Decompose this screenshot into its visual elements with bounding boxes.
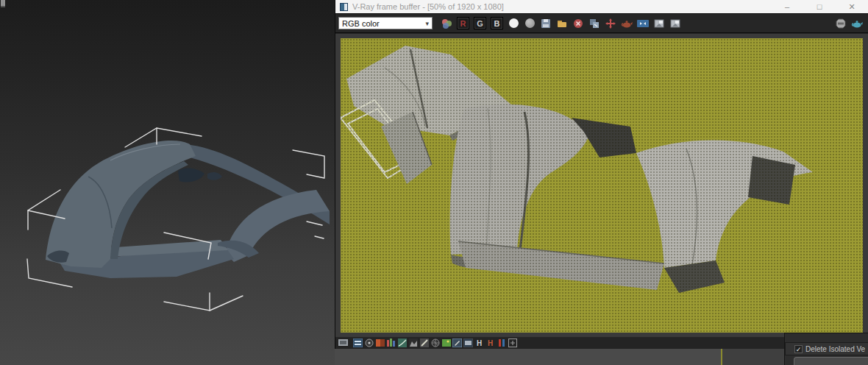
- history-b-icon[interactable]: H: [485, 339, 495, 347]
- channel-select-value: RGB color: [342, 19, 425, 28]
- vray-frame-buffer-window: V-Ray frame buffer - [50% of 1920 x 1080…: [335, 0, 868, 349]
- lut-icon[interactable]: [463, 339, 473, 347]
- overlay-partial-rollout: [794, 357, 868, 365]
- stamp-clock-icon[interactable]: [364, 339, 374, 347]
- window-title: V-Ray frame buffer - [50% of 1920 x 1080…: [352, 2, 771, 11]
- image-a-icon[interactable]: [652, 16, 666, 31]
- levels-icon[interactable]: [386, 339, 396, 347]
- history-a-icon[interactable]: H: [474, 339, 484, 347]
- channel-select[interactable]: RGB color ▾: [338, 17, 433, 29]
- zoom-region-icon[interactable]: [508, 339, 517, 347]
- ab-compare-icon[interactable]: [497, 339, 506, 347]
- vfb-titlebar[interactable]: V-Ray frame buffer - [50% of 1920 x 1080…: [335, 0, 868, 13]
- delete-isolated-label: Delete Isolated Ve: [805, 345, 865, 353]
- clear-image-icon[interactable]: [571, 16, 586, 31]
- render-image[interactable]: [341, 38, 863, 333]
- viewport-canvas: [0, 0, 335, 365]
- image-b-icon[interactable]: [668, 16, 683, 31]
- corrections-panel-icon[interactable]: [353, 339, 363, 347]
- vray-window-icon: [340, 3, 348, 11]
- chevron-down-icon: ▾: [425, 20, 429, 27]
- histogram-icon[interactable]: [408, 339, 418, 347]
- track-mouse-icon[interactable]: [603, 16, 618, 31]
- background-image-icon[interactable]: [441, 339, 451, 347]
- close-button[interactable]: ✕: [836, 0, 868, 13]
- cloth-model[interactable]: [46, 141, 330, 278]
- screenshot-stage: V-Ray frame buffer - [50% of 1920 x 1080…: [0, 0, 868, 365]
- max-viewport[interactable]: [0, 0, 335, 365]
- render-last-teapot-icon[interactable]: [850, 16, 864, 31]
- vfb-image-area: [335, 34, 868, 337]
- duplicate-to-host-icon[interactable]: [587, 16, 602, 31]
- monitor-icon[interactable]: [338, 339, 348, 347]
- green-channel-button[interactable]: G: [474, 17, 486, 29]
- curves-icon[interactable]: [397, 339, 407, 347]
- delete-isolated-checkbox[interactable]: ✓: [794, 345, 803, 353]
- stop-render-icon[interactable]: [833, 16, 848, 31]
- vfb-toolbar: RGB color ▾ R G B: [335, 13, 868, 33]
- alpha-channel-icon[interactable]: [506, 16, 521, 31]
- minimize-button[interactable]: –: [771, 0, 803, 13]
- compare-ab-icon[interactable]: [636, 16, 650, 31]
- exposure-icon[interactable]: [375, 339, 385, 347]
- save-image-icon[interactable]: [538, 16, 553, 31]
- maximize-button[interactable]: □: [803, 0, 836, 13]
- load-image-icon[interactable]: [555, 16, 569, 31]
- aperture-icon[interactable]: [430, 339, 440, 347]
- delete-isolated-row: ✓ Delete Isolated Ve: [785, 342, 868, 355]
- render-teapot-icon[interactable]: [619, 16, 634, 31]
- monochrome-icon[interactable]: [522, 16, 537, 31]
- pencil-stripe-icon[interactable]: [419, 339, 429, 347]
- rgb-channels-icon[interactable]: [439, 16, 454, 31]
- blue-channel-button[interactable]: B: [491, 17, 503, 29]
- edit-pencil-icon[interactable]: [452, 339, 462, 347]
- delete-isolated-overlay-panel: ✓ Delete Isolated Ve: [784, 333, 868, 365]
- red-channel-button[interactable]: R: [457, 17, 469, 29]
